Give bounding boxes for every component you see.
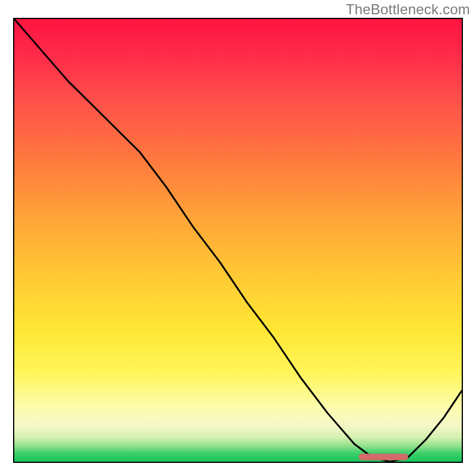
- chart-overlay-svg: [14, 19, 462, 462]
- bottleneck-curve-path: [14, 19, 462, 462]
- plot-frame: [13, 18, 463, 463]
- watermark-text: TheBottleneck.com: [346, 1, 470, 18]
- chart-canvas: TheBottleneck.com: [0, 0, 476, 476]
- optimal-range-marker: [359, 454, 408, 461]
